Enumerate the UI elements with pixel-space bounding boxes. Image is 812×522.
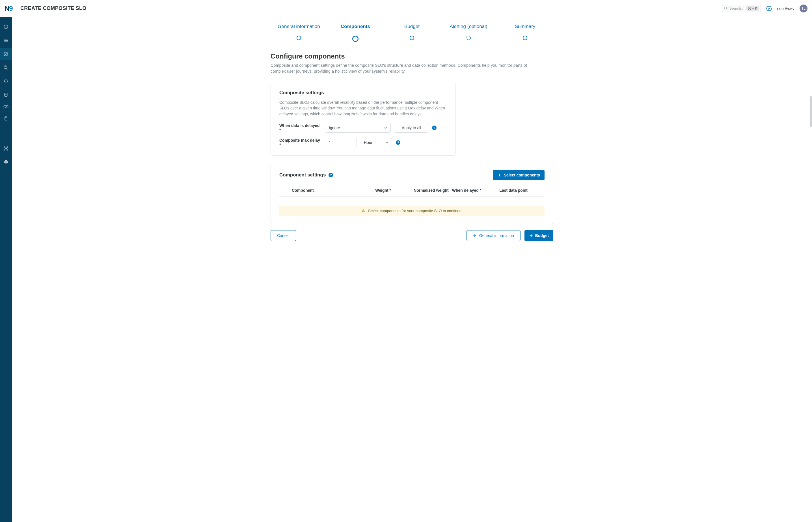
select-components-label: Select components bbox=[504, 173, 540, 177]
cancel-button[interactable]: Cancel bbox=[270, 230, 296, 241]
topbar-right: Search… ⌘ + K nobl9-dev TL bbox=[722, 4, 808, 13]
arrow-right-icon bbox=[529, 234, 533, 238]
arrow-left-icon bbox=[473, 234, 477, 238]
nav-integrations-icon[interactable] bbox=[0, 142, 12, 154]
svg-point-11 bbox=[4, 66, 7, 69]
svg-point-20 bbox=[4, 147, 5, 147]
when-delayed-row: When data is delayed * Ignore Apply to a… bbox=[279, 123, 447, 133]
composite-settings-desc: Composite SLOs calculate overall reliabi… bbox=[279, 100, 446, 117]
next-label: Budget bbox=[535, 233, 549, 238]
main: General information Components Budget Al… bbox=[12, 17, 812, 522]
apply-to-all-button[interactable]: Apply to all bbox=[395, 123, 428, 133]
step-budget[interactable]: Budget bbox=[384, 24, 440, 41]
when-delayed-value: Ignore bbox=[329, 125, 340, 130]
sidenav bbox=[0, 17, 12, 522]
nav-settings-icon[interactable] bbox=[0, 156, 12, 168]
svg-point-23 bbox=[7, 149, 8, 150]
status-radial-icon[interactable] bbox=[766, 5, 772, 12]
max-delay-unit-select[interactable]: Hour bbox=[361, 138, 392, 147]
help-icon[interactable]: ? bbox=[432, 125, 437, 130]
help-icon[interactable]: ? bbox=[396, 140, 400, 145]
scrollbar-thumb[interactable] bbox=[810, 96, 812, 127]
nav-list-icon[interactable] bbox=[0, 35, 12, 46]
step-dot bbox=[410, 36, 414, 40]
col-weight: Weight * bbox=[375, 188, 411, 193]
step-dot bbox=[523, 36, 527, 40]
svg-line-12 bbox=[6, 68, 8, 69]
step-label: General information bbox=[278, 24, 320, 29]
component-settings-title: Component settings bbox=[279, 172, 326, 178]
chevron-down-icon bbox=[384, 126, 388, 130]
search-kbd: ⌘ + K bbox=[746, 6, 759, 11]
search-input[interactable]: Search… ⌘ + K bbox=[722, 5, 761, 12]
composite-settings-panel: Composite settings Composite SLOs calcul… bbox=[270, 82, 455, 156]
max-delay-row: Composite max delay * 1 Hour ? bbox=[279, 138, 447, 147]
svg-point-8 bbox=[4, 40, 4, 41]
nav-check-icon[interactable] bbox=[0, 102, 12, 111]
svg-point-22 bbox=[4, 149, 5, 150]
warning-banner: Select components for your composite SLO… bbox=[279, 206, 545, 216]
nav-target-icon[interactable] bbox=[0, 48, 12, 60]
step-alerting[interactable]: Alerting (optional) bbox=[440, 24, 497, 41]
svg-point-21 bbox=[7, 147, 8, 147]
svg-point-24 bbox=[5, 161, 7, 163]
page-title: CREATE COMPOSITE SLO bbox=[20, 5, 86, 11]
nav-magnify-icon[interactable] bbox=[0, 62, 12, 74]
nav-bell-icon[interactable] bbox=[0, 75, 12, 87]
svg-point-0 bbox=[724, 7, 727, 9]
section-desc: Composite and component settings define … bbox=[270, 62, 542, 74]
step-label: Components bbox=[341, 24, 370, 29]
back-button[interactable]: General information bbox=[467, 230, 521, 241]
max-delay-input[interactable]: 1 bbox=[326, 138, 357, 147]
step-summary[interactable]: Summary bbox=[497, 24, 553, 41]
logo-n: N bbox=[4, 4, 9, 13]
warning-text: Select components for your composite SLO… bbox=[368, 209, 463, 213]
component-table-header: Component Weight * Normalized weight Whe… bbox=[279, 188, 545, 197]
warning-icon bbox=[361, 209, 365, 213]
when-delayed-label: When data is delayed * bbox=[279, 123, 322, 132]
step-label: Budget bbox=[404, 24, 420, 29]
col-norm-weight: Normalized weight bbox=[414, 188, 450, 193]
step-dot bbox=[466, 36, 471, 40]
step-dot bbox=[297, 36, 301, 40]
svg-point-7 bbox=[4, 39, 4, 40]
max-delay-label: Composite max delay * bbox=[279, 138, 322, 147]
step-components[interactable]: Components bbox=[327, 24, 384, 41]
svg-line-1 bbox=[726, 9, 727, 9]
col-component: Component bbox=[292, 188, 373, 193]
select-components-button[interactable]: Select components bbox=[493, 170, 545, 180]
avatar[interactable]: TL bbox=[799, 4, 808, 13]
chevron-down-icon bbox=[385, 141, 389, 144]
component-settings-panel: Component settings ? Select components C… bbox=[270, 162, 553, 224]
step-general-information[interactable]: General information bbox=[270, 24, 327, 41]
max-delay-unit: Hour bbox=[364, 140, 372, 145]
step-dot bbox=[352, 36, 359, 42]
svg-point-9 bbox=[4, 42, 4, 42]
logo-9: 9 bbox=[9, 4, 13, 13]
when-delayed-select[interactable]: Ignore bbox=[326, 123, 391, 133]
help-icon[interactable]: ? bbox=[328, 173, 333, 177]
search-icon bbox=[724, 6, 728, 10]
logo[interactable]: N9 bbox=[4, 4, 17, 13]
search-placeholder: Search… bbox=[729, 6, 745, 11]
col-last-point: Last data point bbox=[499, 188, 545, 193]
section-title: Configure components bbox=[270, 52, 553, 60]
step-label: Alerting (optional) bbox=[449, 24, 487, 29]
col-when-delayed: When delayed * bbox=[452, 188, 497, 193]
plus-icon bbox=[498, 173, 502, 177]
topbar: N9 CREATE COMPOSITE SLO Search… ⌘ + K no… bbox=[0, 0, 812, 17]
stepper: General information Components Budget Al… bbox=[270, 24, 553, 41]
back-label: General information bbox=[479, 233, 514, 238]
step-label: Summary bbox=[515, 24, 535, 29]
nav-compass-icon[interactable] bbox=[0, 21, 12, 33]
nav-doc-icon[interactable] bbox=[0, 89, 12, 101]
wizard-footer: Cancel General information Budget bbox=[270, 230, 553, 241]
org-name[interactable]: nobl9-dev bbox=[777, 6, 795, 11]
next-button[interactable]: Budget bbox=[525, 230, 553, 241]
composite-settings-title: Composite settings bbox=[279, 90, 447, 96]
nav-clipboard-icon[interactable] bbox=[0, 113, 12, 124]
